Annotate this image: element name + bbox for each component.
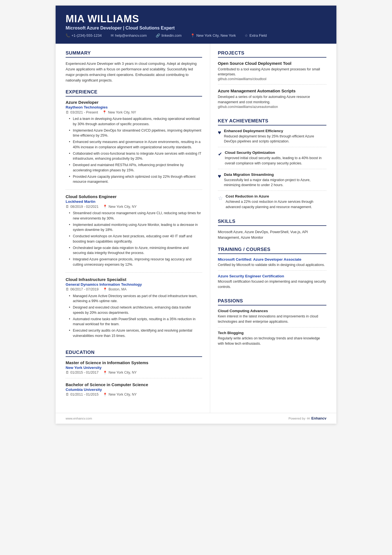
education-section: EDUCATION Master of Science in Informati… bbox=[66, 350, 202, 400]
calendar-icon-3: 🗓 bbox=[66, 287, 69, 291]
star-icon: ☆ bbox=[245, 33, 248, 38]
project-desc-2: Developed a series of scripts for automa… bbox=[218, 94, 327, 105]
bullet-1-3: Enhanced security measures and governanc… bbox=[69, 139, 202, 150]
bullet-2-3: Conducted workshops on Azure best practi… bbox=[69, 234, 202, 244]
achievement-content-1: Enhanced Deployment Efficiency Reduced d… bbox=[224, 129, 326, 144]
achievements-title: KEY ACHIEVEMENTS bbox=[218, 118, 327, 125]
location-icon: 📍 bbox=[190, 33, 195, 38]
training-name-1: Microsoft Certified: Azure Developer Ass… bbox=[218, 257, 327, 262]
exp-meta-2: 🗓 08/2019 - 02/2021 📍 New York City, NY bbox=[66, 204, 202, 209]
achievement-item-2: ✔ Cloud Security Optimization Improved i… bbox=[218, 151, 327, 169]
skills-text: Microsoft Azure, Azure DevOps, PowerShel… bbox=[218, 229, 327, 241]
location-text: New York City, New York bbox=[196, 33, 236, 38]
education-item-2: Bachelor of Science in Computer Science … bbox=[66, 382, 202, 400]
powered-by-label: Powered by bbox=[289, 417, 306, 420]
calendar-icon-1: 🗓 bbox=[66, 110, 69, 114]
bullet-2-5: Integrated Azure governance protocols, i… bbox=[69, 257, 202, 267]
pin-icon-1: 📍 bbox=[102, 110, 107, 114]
bullet-1-1: Led a team in developing Azure-based app… bbox=[69, 116, 202, 127]
degree-1: Master of Science in Information Systems bbox=[66, 360, 202, 365]
achievement-content-3: Data Migration Streamlining Successfully… bbox=[224, 172, 326, 188]
exp-meta-3: 🗓 06/2017 - 07/2019 📍 Boston, MA bbox=[66, 287, 202, 292]
passion-desc-1: Keen interest in the latest innovations … bbox=[218, 314, 327, 324]
achievement-icon-3: ♥ bbox=[218, 173, 221, 179]
job-title-1: Azure Developer bbox=[66, 100, 202, 105]
edu-location-2: 📍 New York City, NY bbox=[103, 393, 137, 397]
bullet-3-4: Executed security audits on Azure servic… bbox=[69, 328, 202, 339]
school-1: New York University bbox=[66, 366, 202, 370]
summary-title: SUMMARY bbox=[66, 50, 202, 58]
experience-item-3: Cloud Infrastructure Specialist General … bbox=[66, 277, 202, 344]
contact-info: 📞 +1-(234)-555-1234 ✉ help@enhancv.com 🔗… bbox=[66, 33, 326, 38]
header: MIA WILLIAMS Microsoft Azure Developer |… bbox=[56, 6, 336, 44]
bullet-3-3: Automated routine tasks with PowerShell … bbox=[69, 317, 202, 327]
passions-title: PASSIONS bbox=[218, 298, 327, 305]
training-item-2: Azure Security Engineer Certification Mi… bbox=[218, 274, 327, 292]
right-column: PROJECTS Open Source Cloud Deployment To… bbox=[210, 44, 337, 413]
location-contact: 📍 New York City, New York bbox=[190, 33, 236, 38]
school-2: Columbia University bbox=[66, 388, 202, 392]
edu-meta-1: 🗓 01/2015 - 01/2017 📍 New York City, NY bbox=[66, 371, 202, 375]
extra-text: Extra Field bbox=[249, 33, 267, 38]
exp-location-1: 📍 New York City, NY bbox=[102, 110, 136, 114]
achievement-item-4: ☆ Cost Reduction in Azure Achieved a 22%… bbox=[218, 194, 327, 213]
project-link-1: github.com/miawilliams/cloudtool bbox=[218, 77, 327, 81]
achievement-title-1: Enhanced Deployment Efficiency bbox=[224, 129, 326, 133]
project-link-2: github.com/miawilliams/azureautomation bbox=[218, 105, 327, 109]
pin-icon-edu-2: 📍 bbox=[103, 393, 107, 397]
company-2: Lockheed Martin bbox=[66, 199, 202, 204]
resume-container: MIA WILLIAMS Microsoft Azure Developer |… bbox=[56, 6, 336, 424]
achievement-title-2: Cloud Security Optimization bbox=[225, 151, 327, 155]
candidate-name: MIA WILLIAMS bbox=[66, 13, 326, 24]
passion-item-1: Cloud Computing Advances Keen interest i… bbox=[218, 309, 327, 327]
passion-name-1: Cloud Computing Advances bbox=[218, 309, 327, 313]
exp-date-1: 🗓 03/2021 - Present bbox=[66, 110, 98, 114]
training-title: TRAINING / COURSES bbox=[218, 247, 327, 254]
candidate-title: Microsoft Azure Developer | Cloud Soluti… bbox=[66, 26, 326, 31]
project-item-2: Azure Management Automation Scripts Deve… bbox=[218, 88, 327, 112]
achievement-icon-1: ♥ bbox=[218, 129, 221, 136]
brand-name: Enhancv bbox=[311, 416, 326, 420]
bullet-3-2: Designed and executed cloud network arch… bbox=[69, 305, 202, 315]
bullet-3-1: Managed Azure Active Directory services … bbox=[69, 293, 202, 304]
exp-date-2: 🗓 08/2019 - 02/2021 bbox=[66, 205, 98, 209]
edu-location-1: 📍 New York City, NY bbox=[103, 371, 137, 375]
edu-date-1: 🗓 01/2015 - 01/2017 bbox=[66, 371, 98, 374]
exp-location-3: 📍 Boston, MA bbox=[103, 287, 126, 292]
company-1: Raytheon Technologies bbox=[66, 105, 202, 109]
exp-date-3: 🗓 06/2017 - 07/2019 bbox=[66, 287, 98, 291]
project-title-1: Open Source Cloud Deployment Tool bbox=[218, 61, 327, 66]
bullet-1-6: Provided Azure capacity planning which o… bbox=[69, 174, 202, 185]
extra-contact: ☆ Extra Field bbox=[245, 33, 267, 38]
passion-name-2: Tech Blogging bbox=[218, 331, 327, 335]
summary-section: SUMMARY Experienced Azure Developer with… bbox=[66, 50, 202, 83]
bullet-1-5: Developed and maintained RESTful APIs, i… bbox=[69, 162, 202, 173]
summary-text: Experienced Azure Developer with 3 years… bbox=[66, 61, 202, 83]
email-text: help@enhancv.com bbox=[115, 33, 147, 38]
edu-meta-2: 🗓 01/2011 - 01/2015 📍 New York City, NY bbox=[66, 393, 202, 397]
left-column: SUMMARY Experienced Azure Developer with… bbox=[56, 44, 210, 413]
achievement-desc-4: Achieved a 22% cost reduction in Azure s… bbox=[226, 199, 327, 210]
pin-icon-3: 📍 bbox=[103, 287, 107, 292]
experience-title: EXPERIENCE bbox=[66, 89, 202, 97]
linkedin-icon: 🔗 bbox=[156, 33, 160, 38]
phone-contact: 📞 +1-(234)-555-1234 bbox=[66, 33, 102, 38]
training-desc-2: Microsoft certification focused on imple… bbox=[218, 279, 327, 290]
experience-item-1: Azure Developer Raytheon Technologies 🗓 … bbox=[66, 100, 202, 190]
bullet-2-1: Streamlined cloud resource management us… bbox=[69, 211, 202, 221]
achievement-item-1: ♥ Enhanced Deployment Efficiency Reduced… bbox=[218, 129, 327, 147]
passion-item-2: Tech Blogging Regularly write articles o… bbox=[218, 331, 327, 349]
projects-section: PROJECTS Open Source Cloud Deployment To… bbox=[218, 50, 327, 112]
calendar-icon-2: 🗓 bbox=[66, 205, 69, 209]
email-icon: ✉ bbox=[111, 33, 114, 38]
achievement-title-3: Data Migration Streamlining bbox=[224, 172, 326, 177]
edu-date-2: 🗓 01/2011 - 01/2015 bbox=[66, 393, 98, 396]
project-item-1: Open Source Cloud Deployment Tool Contri… bbox=[218, 61, 327, 85]
achievement-icon-2: ✔ bbox=[218, 151, 222, 157]
linkedin-text: linkedin.com bbox=[162, 33, 182, 38]
exp-meta-1: 🗓 03/2021 - Present 📍 New York City, NY bbox=[66, 110, 202, 114]
projects-title: PROJECTS bbox=[218, 50, 327, 58]
footer-brand: Powered by ∞ Enhancv bbox=[289, 416, 326, 421]
job-title-3: Cloud Infrastructure Specialist bbox=[66, 277, 202, 282]
degree-2: Bachelor of Science in Computer Science bbox=[66, 382, 202, 387]
